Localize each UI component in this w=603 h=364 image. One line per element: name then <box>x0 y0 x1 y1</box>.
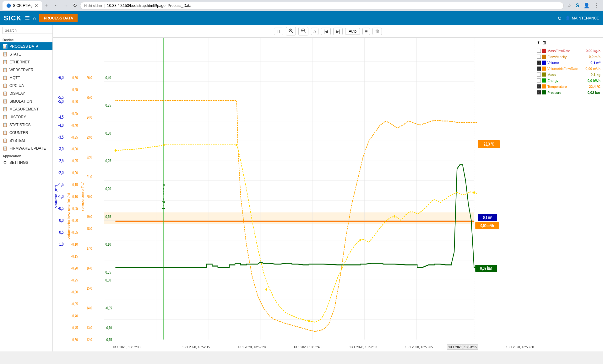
sidebar-item-mqtt[interactable]: 📋 MQTT <box>0 74 52 82</box>
first-button[interactable]: |◀ <box>321 28 331 35</box>
energy-value: 0,0 kWh <box>582 79 600 83</box>
history-icon: 📋 <box>3 115 8 119</box>
sidebar-item-firmware-update[interactable]: 📋 FIRMWARE UPDATE <box>0 144 52 152</box>
browser-tab[interactable]: 🔵 SICK FTMg ✕ <box>3 1 42 10</box>
massflowrate-label: MassFlowRate <box>547 49 580 53</box>
sidebar-item-webserver-label: WEBSERVER <box>9 68 33 72</box>
opc-ua-icon: 📋 <box>3 83 8 88</box>
svg-text:15,0: 15,0 <box>86 286 92 290</box>
address-bar[interactable]: Nicht sicher | 10.33.40.153/bootstrap.ht… <box>80 2 564 9</box>
sidebar-item-display[interactable]: 📋 DISPLAY <box>0 89 52 97</box>
sidebar-item-history[interactable]: 📋 HISTORY <box>0 113 52 121</box>
svg-text:-0,20: -0,20 <box>71 171 78 175</box>
svg-text:VolumetricFlowRate [m³/h]: VolumetricFlowRate [m³/h] <box>67 193 70 239</box>
pause-button[interactable]: ⏸ <box>274 28 283 35</box>
user-icon: 👤 <box>565 16 570 20</box>
legend-grid-icon[interactable]: ⊞ <box>542 40 546 45</box>
energy-label: Energy <box>547 79 580 83</box>
sidebar-item-measurement[interactable]: 📋 MEASUREMENT <box>0 105 52 113</box>
legend-eye-icon[interactable]: 👁 <box>537 40 541 45</box>
energy-checkbox[interactable] <box>537 78 541 83</box>
sidebar-item-process-data[interactable]: 📊 PROCESS DATA <box>0 42 52 50</box>
list-button[interactable]: ≡ <box>362 28 370 35</box>
refresh-icon[interactable]: ↻ <box>557 15 562 21</box>
delete-button[interactable]: 🗑 <box>372 28 382 35</box>
flowvelocity-checkbox[interactable] <box>537 55 541 59</box>
zoom-in-button[interactable] <box>286 27 296 35</box>
svg-text:22,0: 22,0 <box>86 155 92 159</box>
back-button[interactable]: ← <box>53 2 60 10</box>
hamburger-menu-icon[interactable]: ☰ <box>25 15 30 22</box>
sidebar-item-system[interactable]: 📋 SYSTEM <box>0 136 52 144</box>
auto-button[interactable]: Auto <box>345 28 360 35</box>
reload-button[interactable]: ↻ <box>72 1 78 10</box>
display-icon: 📋 <box>3 91 8 96</box>
svg-text:0,25: 0,25 <box>106 159 111 163</box>
process-data-button[interactable]: PROCESS DATA <box>39 14 78 22</box>
sidebar-item-settings[interactable]: ⚙ SETTINGS <box>0 158 52 166</box>
content-area: ⏸ ⌂ |◀ <box>53 25 603 351</box>
app: SICK ☰ ⌂ PROCESS DATA ↻ 👤 MAINTENANCE 🔍 … <box>0 11 603 351</box>
mqtt-icon: 📋 <box>3 75 8 80</box>
sidebar-item-opc-ua[interactable]: 📋 OPC UA <box>0 82 52 89</box>
svg-text:-0,30: -0,30 <box>71 290 78 294</box>
svg-text:-0,05: -0,05 <box>71 206 78 211</box>
massflowrate-checkbox[interactable] <box>537 49 541 53</box>
svg-text:-0,40: -0,40 <box>71 314 78 318</box>
svg-text:17,0: 17,0 <box>86 246 92 250</box>
sick-icon[interactable]: S <box>574 2 580 10</box>
forward-button[interactable]: → <box>62 2 70 10</box>
volumetricflowrate-value: 0,00 m³/h <box>582 67 600 71</box>
svg-text:Temperature [°C]: Temperature [°C] <box>81 181 84 211</box>
bookmark-button[interactable]: ☆ <box>566 1 573 10</box>
menu-button[interactable]: ⋮ <box>593 1 600 10</box>
volumetricflowrate-color <box>542 67 546 71</box>
svg-text:-0,35: -0,35 <box>71 135 78 139</box>
url-separator: | <box>104 3 105 8</box>
search-input[interactable] <box>3 27 53 34</box>
new-tab-button[interactable]: + <box>45 2 48 9</box>
sidebar-item-state[interactable]: 📋 STATE <box>0 50 52 58</box>
svg-text:-0,50: -0,50 <box>71 99 78 104</box>
massflowrate-color <box>542 49 546 53</box>
svg-text:-0,15: -0,15 <box>71 183 78 187</box>
simulation-icon: 📋 <box>3 99 8 104</box>
not-secure-label: Nicht sicher <box>84 4 102 8</box>
svg-text:-3,5: -3,5 <box>58 135 63 140</box>
svg-text:-0,40: -0,40 <box>71 123 78 127</box>
volumetricflowrate-checkbox[interactable]: ✓ <box>537 67 541 71</box>
topbar-right: ↻ 👤 MAINTENANCE <box>557 15 599 21</box>
pressure-checkbox[interactable]: ✓ <box>537 90 541 94</box>
mass-checkbox[interactable] <box>537 72 541 77</box>
svg-text:-0,5: -0,5 <box>58 206 63 211</box>
svg-point-105 <box>265 288 267 291</box>
sidebar-item-statistics[interactable]: 📋 STATISTICS <box>0 121 52 129</box>
svg-text:21,0: 21,0 <box>86 175 92 179</box>
sidebar-item-counter[interactable]: 📋 COUNTER <box>0 129 52 136</box>
legend-panel: 👁 ⊞ MassFlowRate 0,00 kg/h Flow <box>534 38 603 351</box>
url-text: 10.33.40.153/bootstrap.html#!page=Proces… <box>107 3 560 8</box>
svg-text:23,0: 23,0 <box>86 135 92 139</box>
svg-text:-0,20: -0,20 <box>71 266 78 270</box>
last-button[interactable]: ▶| <box>333 28 343 35</box>
volume-checkbox[interactable]: ✓ <box>537 61 541 65</box>
temperature-checkbox[interactable]: ✓ <box>537 84 541 88</box>
svg-text:0,15: 0,15 <box>106 214 111 219</box>
sick-logo: SICK <box>4 14 22 22</box>
home-view-button[interactable]: ⌂ <box>311 28 318 35</box>
time-tick-5: 13.1.2020, 13:52:53 <box>335 345 391 349</box>
zoom-out-button[interactable] <box>298 27 308 35</box>
volume-color <box>542 61 546 65</box>
tab-close-button[interactable]: ✕ <box>35 3 38 8</box>
home-icon[interactable]: ⌂ <box>33 15 36 22</box>
svg-text:-0,45: -0,45 <box>71 111 78 115</box>
account-button[interactable]: 👤 <box>582 1 591 10</box>
legend-row-pressure: ✓ Pressure 0,02 bar <box>537 89 600 95</box>
svg-text:19,0: 19,0 <box>86 214 92 219</box>
sidebar-item-webserver[interactable]: 📋 WEBSERVER <box>0 66 52 74</box>
sidebar-item-ethernet[interactable]: 📋 ETHERNET <box>0 58 52 66</box>
sidebar-item-simulation[interactable]: 📋 SIMULATION <box>0 97 52 105</box>
svg-text:-0,50: -0,50 <box>71 338 78 342</box>
time-tick-4: 13.1.2020, 13:52:40 <box>280 345 335 349</box>
chart-toolbar: ⏸ ⌂ |◀ <box>53 25 603 38</box>
